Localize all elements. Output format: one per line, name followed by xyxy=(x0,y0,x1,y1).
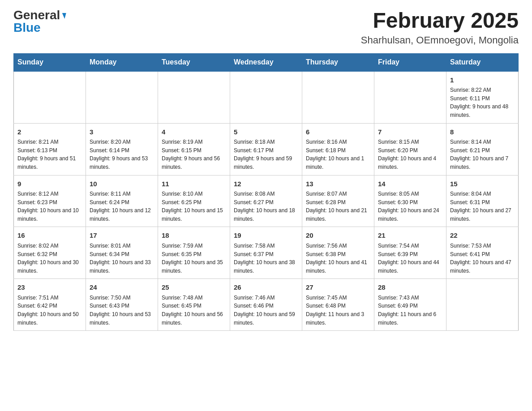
day-of-week-header: Friday xyxy=(374,53,446,71)
day-info: Sunrise: 7:50 AMSunset: 6:43 PMDaylight:… xyxy=(90,294,154,327)
day-info: Sunrise: 8:20 AMSunset: 6:14 PMDaylight:… xyxy=(90,138,154,171)
day-info: Sunrise: 8:22 AMSunset: 6:11 PMDaylight:… xyxy=(450,86,515,119)
calendar-day-cell xyxy=(230,71,302,123)
day-number: 17 xyxy=(90,231,154,241)
calendar-day-cell: 2Sunrise: 8:21 AMSunset: 6:13 PMDaylight… xyxy=(14,123,86,175)
day-info: Sunrise: 8:02 AMSunset: 6:32 PMDaylight:… xyxy=(17,242,82,275)
day-number: 23 xyxy=(17,283,82,293)
day-of-week-header: Monday xyxy=(86,53,158,71)
day-of-week-header: Wednesday xyxy=(230,53,302,71)
day-number: 28 xyxy=(378,283,442,293)
day-number: 12 xyxy=(234,179,298,189)
day-info: Sunrise: 7:53 AMSunset: 6:41 PMDaylight:… xyxy=(450,242,515,275)
calendar-day-cell: 25Sunrise: 7:48 AMSunset: 6:45 PMDayligh… xyxy=(158,279,230,331)
day-number: 8 xyxy=(450,127,515,137)
day-info: Sunrise: 8:12 AMSunset: 6:23 PMDaylight:… xyxy=(17,190,82,223)
day-info: Sunrise: 7:59 AMSunset: 6:35 PMDaylight:… xyxy=(162,242,226,275)
day-number: 5 xyxy=(234,127,298,137)
day-number: 19 xyxy=(234,231,298,241)
logo-general-text: General xyxy=(13,9,60,21)
day-number: 26 xyxy=(234,283,298,293)
day-number: 25 xyxy=(162,283,226,293)
day-info: Sunrise: 8:16 AMSunset: 6:18 PMDaylight:… xyxy=(306,138,370,171)
day-number: 10 xyxy=(90,179,154,189)
day-info: Sunrise: 8:19 AMSunset: 6:15 PMDaylight:… xyxy=(162,138,226,171)
day-info: Sunrise: 7:54 AMSunset: 6:39 PMDaylight:… xyxy=(378,242,442,275)
calendar-day-cell: 3Sunrise: 8:20 AMSunset: 6:14 PMDaylight… xyxy=(86,123,158,175)
day-info: Sunrise: 8:21 AMSunset: 6:13 PMDaylight:… xyxy=(17,138,82,171)
day-info: Sunrise: 8:01 AMSunset: 6:34 PMDaylight:… xyxy=(90,242,154,275)
day-number: 14 xyxy=(378,179,442,189)
day-info: Sunrise: 8:08 AMSunset: 6:27 PMDaylight:… xyxy=(234,190,298,223)
calendar-day-cell: 11Sunrise: 8:10 AMSunset: 6:25 PMDayligh… xyxy=(158,175,230,227)
day-info: Sunrise: 7:48 AMSunset: 6:45 PMDaylight:… xyxy=(162,294,226,327)
day-number: 21 xyxy=(378,231,442,241)
calendar-day-cell: 16Sunrise: 8:02 AMSunset: 6:32 PMDayligh… xyxy=(14,227,86,279)
calendar-week-row: 1Sunrise: 8:22 AMSunset: 6:11 PMDaylight… xyxy=(14,71,519,123)
calendar-day-cell: 5Sunrise: 8:18 AMSunset: 6:17 PMDaylight… xyxy=(230,123,302,175)
day-info: Sunrise: 7:56 AMSunset: 6:38 PMDaylight:… xyxy=(306,242,370,275)
day-number: 13 xyxy=(306,179,370,189)
calendar-day-cell: 14Sunrise: 8:05 AMSunset: 6:30 PMDayligh… xyxy=(374,175,446,227)
day-info: Sunrise: 8:10 AMSunset: 6:25 PMDaylight:… xyxy=(162,190,226,223)
day-number: 9 xyxy=(17,179,82,189)
logo-blue-text: Blue xyxy=(13,21,41,34)
day-info: Sunrise: 8:07 AMSunset: 6:28 PMDaylight:… xyxy=(306,190,370,223)
day-info: Sunrise: 7:46 AMSunset: 6:46 PMDaylight:… xyxy=(234,294,298,327)
day-number: 2 xyxy=(17,127,82,137)
calendar-header: SundayMondayTuesdayWednesdayThursdayFrid… xyxy=(14,53,519,71)
day-number: 16 xyxy=(17,231,82,241)
day-info: Sunrise: 8:11 AMSunset: 6:24 PMDaylight:… xyxy=(90,190,154,223)
logo: General Blue xyxy=(13,9,65,34)
calendar-week-row: 16Sunrise: 8:02 AMSunset: 6:32 PMDayligh… xyxy=(14,227,519,279)
page-header: General Blue February 2025 Sharhulsan, O… xyxy=(13,9,519,46)
calendar-day-cell: 12Sunrise: 8:08 AMSunset: 6:27 PMDayligh… xyxy=(230,175,302,227)
day-of-week-header: Saturday xyxy=(446,53,519,71)
calendar-day-cell: 18Sunrise: 7:59 AMSunset: 6:35 PMDayligh… xyxy=(158,227,230,279)
calendar-day-cell: 4Sunrise: 8:19 AMSunset: 6:15 PMDaylight… xyxy=(158,123,230,175)
calendar-table: SundayMondayTuesdayWednesdayThursdayFrid… xyxy=(13,53,519,331)
calendar-day-cell: 20Sunrise: 7:56 AMSunset: 6:38 PMDayligh… xyxy=(302,227,374,279)
day-number: 3 xyxy=(90,127,154,137)
calendar-day-cell: 17Sunrise: 8:01 AMSunset: 6:34 PMDayligh… xyxy=(86,227,158,279)
day-info: Sunrise: 7:43 AMSunset: 6:49 PMDaylight:… xyxy=(378,294,442,327)
day-of-week-header: Tuesday xyxy=(158,53,230,71)
day-number: 24 xyxy=(90,283,154,293)
logo-arrow-icon xyxy=(61,13,66,19)
day-number: 18 xyxy=(162,231,226,241)
calendar-day-cell xyxy=(158,71,230,123)
calendar-week-row: 9Sunrise: 8:12 AMSunset: 6:23 PMDaylight… xyxy=(14,175,519,227)
day-number: 6 xyxy=(306,127,370,137)
day-info: Sunrise: 7:58 AMSunset: 6:37 PMDaylight:… xyxy=(234,242,298,275)
calendar-day-cell xyxy=(302,71,374,123)
day-info: Sunrise: 8:15 AMSunset: 6:20 PMDaylight:… xyxy=(378,138,442,171)
day-of-week-header: Sunday xyxy=(14,53,86,71)
day-info: Sunrise: 8:04 AMSunset: 6:31 PMDaylight:… xyxy=(450,190,515,223)
calendar-day-cell: 6Sunrise: 8:16 AMSunset: 6:18 PMDaylight… xyxy=(302,123,374,175)
calendar-day-cell: 13Sunrise: 8:07 AMSunset: 6:28 PMDayligh… xyxy=(302,175,374,227)
month-title: February 2025 xyxy=(361,9,519,33)
calendar-day-cell: 21Sunrise: 7:54 AMSunset: 6:39 PMDayligh… xyxy=(374,227,446,279)
calendar-day-cell xyxy=(374,71,446,123)
day-info: Sunrise: 7:45 AMSunset: 6:48 PMDaylight:… xyxy=(306,294,370,327)
calendar-day-cell: 7Sunrise: 8:15 AMSunset: 6:20 PMDaylight… xyxy=(374,123,446,175)
day-number: 4 xyxy=(162,127,226,137)
calendar-day-cell: 15Sunrise: 8:04 AMSunset: 6:31 PMDayligh… xyxy=(446,175,519,227)
calendar-day-cell: 28Sunrise: 7:43 AMSunset: 6:49 PMDayligh… xyxy=(374,279,446,331)
calendar-day-cell xyxy=(86,71,158,123)
calendar-day-cell: 19Sunrise: 7:58 AMSunset: 6:37 PMDayligh… xyxy=(230,227,302,279)
calendar-day-cell: 24Sunrise: 7:50 AMSunset: 6:43 PMDayligh… xyxy=(86,279,158,331)
calendar-week-row: 2Sunrise: 8:21 AMSunset: 6:13 PMDaylight… xyxy=(14,123,519,175)
day-number: 27 xyxy=(306,283,370,293)
calendar-day-cell: 8Sunrise: 8:14 AMSunset: 6:21 PMDaylight… xyxy=(446,123,519,175)
day-info: Sunrise: 8:05 AMSunset: 6:30 PMDaylight:… xyxy=(378,190,442,223)
day-number: 15 xyxy=(450,179,515,189)
calendar-day-cell: 9Sunrise: 8:12 AMSunset: 6:23 PMDaylight… xyxy=(14,175,86,227)
day-number: 7 xyxy=(378,127,442,137)
day-number: 1 xyxy=(450,75,515,86)
day-info: Sunrise: 8:18 AMSunset: 6:17 PMDaylight:… xyxy=(234,138,298,171)
day-of-week-header: Thursday xyxy=(302,53,374,71)
calendar-day-cell xyxy=(14,71,86,123)
day-number: 22 xyxy=(450,231,515,241)
calendar-day-cell: 26Sunrise: 7:46 AMSunset: 6:46 PMDayligh… xyxy=(230,279,302,331)
